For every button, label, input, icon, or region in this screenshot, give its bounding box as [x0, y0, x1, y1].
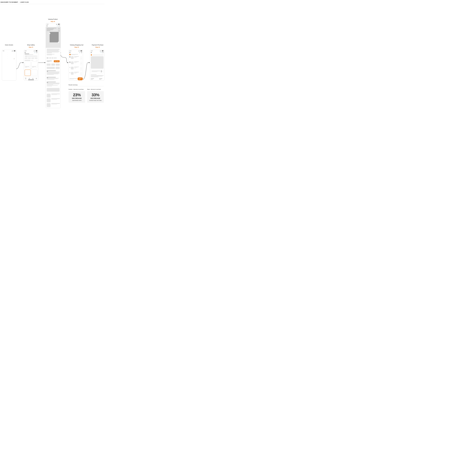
avatar-icon[interactable] — [81, 52, 82, 53]
item-thumb[interactable] — [71, 62, 74, 64]
hotspot-icon[interactable]: + — [58, 42, 59, 43]
app-icon[interactable] — [13, 54, 15, 55]
info-tile[interactable] — [47, 64, 51, 66]
stepper-minus[interactable]: − — [80, 59, 82, 60]
avatar-icon[interactable] — [36, 52, 37, 53]
stepper-minus[interactable]: − — [80, 69, 82, 71]
chip[interactable] — [31, 58, 34, 59]
summary-col — [99, 78, 103, 80]
qty-stepper[interactable]: + 1 − — [80, 67, 82, 71]
cart-icon[interactable]: 🛒 — [34, 52, 35, 53]
app-icon[interactable] — [6, 64, 9, 65]
checkout-button[interactable]: CHECK OUT — [78, 77, 83, 80]
qty-stepper[interactable]: + 1 − — [80, 56, 82, 60]
thumbnail[interactable] — [58, 28, 60, 29]
app-icon[interactable] — [10, 58, 12, 59]
checkbox[interactable] — [69, 67, 70, 68]
stepper-plus[interactable]: + — [80, 67, 82, 68]
info-tile[interactable] — [56, 64, 60, 66]
section-sub-skeleton — [31, 60, 33, 61]
swatch[interactable] — [55, 57, 56, 59]
tab-item[interactable] — [32, 78, 34, 79]
avatar-icon[interactable] — [102, 52, 103, 53]
menu-grid-icon[interactable] — [69, 52, 70, 53]
app-icon[interactable] — [10, 52, 12, 53]
info-tile[interactable] — [47, 67, 55, 69]
stepper-minus[interactable]: − — [80, 75, 82, 76]
stepper-plus[interactable]: + — [80, 72, 82, 73]
stepper-qty: 1 — [80, 73, 82, 75]
app-icon[interactable] — [13, 64, 15, 65]
swatch[interactable] — [49, 57, 50, 59]
product-card-selected[interactable] — [25, 69, 31, 76]
app-icon[interactable] — [3, 58, 5, 59]
cart-icon[interactable]: 🛒 — [79, 52, 80, 53]
app-icon[interactable] — [3, 54, 5, 55]
swatch[interactable] — [52, 57, 53, 59]
card-action-icon[interactable]: › — [102, 70, 103, 72]
tab-item[interactable] — [29, 78, 30, 79]
battery-icon — [36, 51, 37, 51]
info-tile[interactable] — [51, 64, 55, 66]
summary-columns — [90, 78, 104, 80]
map-placeholder[interactable] — [91, 56, 103, 69]
search-input[interactable] — [25, 55, 37, 57]
hero-image[interactable]: + + — [50, 32, 59, 42]
list-item[interactable] — [47, 99, 60, 102]
buy-now-button[interactable]: BUY NOW — [54, 60, 60, 62]
promo-banner[interactable] — [47, 88, 60, 92]
cart-icon[interactable]: 🛒 — [57, 25, 58, 26]
shop-app-icon[interactable]: SW — [13, 58, 15, 59]
app-icon[interactable] — [13, 56, 15, 57]
swatch[interactable] — [50, 57, 51, 59]
swatch[interactable] — [47, 57, 48, 59]
app-icon[interactable] — [10, 64, 12, 65]
app-icon[interactable] — [6, 56, 9, 57]
checkbox[interactable] — [69, 62, 70, 63]
checkbox[interactable] — [69, 72, 70, 73]
avatar-icon[interactable] — [58, 25, 60, 27]
product-card[interactable] — [32, 69, 37, 76]
chevron-right-icon[interactable]: › — [36, 60, 37, 61]
hotspot-icon[interactable]: + — [49, 33, 50, 34]
qty-stepper[interactable]: + 1 − — [80, 62, 82, 66]
menu-grid-icon[interactable] — [25, 52, 26, 53]
app-icon[interactable] — [6, 54, 9, 55]
product-card[interactable] — [32, 62, 38, 68]
menu-grid-icon[interactable] — [47, 25, 48, 26]
app-icon[interactable] — [3, 64, 5, 65]
swatch[interactable] — [54, 57, 55, 59]
list-item[interactable] — [47, 94, 60, 98]
payment-card[interactable]: › — [91, 69, 103, 73]
label-product-step: Step #2 — [46, 21, 60, 22]
app-icon[interactable] — [6, 58, 9, 59]
app-icon[interactable] — [3, 52, 5, 53]
cart-icon[interactable]: 🛒 — [101, 52, 102, 53]
product-card[interactable] — [25, 62, 31, 68]
list-item[interactable] — [47, 103, 60, 107]
stepper-plus[interactable]: + — [80, 56, 82, 58]
item-thumb[interactable] — [71, 72, 74, 75]
info-tile[interactable] — [56, 67, 60, 69]
app-icon[interactable] — [10, 54, 12, 55]
qty-stepper[interactable]: + 1 − — [80, 72, 82, 76]
chip[interactable] — [28, 58, 31, 59]
menu-grid-icon[interactable] — [91, 52, 92, 53]
item-thumb[interactable] — [71, 67, 74, 69]
checkbox[interactable] — [69, 56, 70, 57]
tab-item[interactable] — [36, 78, 37, 79]
app-icon[interactable] — [13, 52, 15, 53]
chip[interactable] — [25, 58, 27, 59]
stepper-minus[interactable]: − — [80, 64, 82, 66]
app-icon[interactable] — [10, 56, 12, 57]
select-all-flag[interactable] — [69, 54, 70, 55]
chip[interactable] — [35, 58, 37, 59]
item-thumb[interactable] — [71, 56, 74, 59]
tab-home[interactable]: Home — [25, 78, 26, 80]
thumbnail[interactable] — [58, 30, 60, 32]
stepper-qty: 1 — [80, 68, 82, 69]
statusbar: 14:17 ▲ — [69, 50, 83, 51]
app-icon[interactable] — [3, 56, 5, 57]
stepper-plus[interactable]: + — [80, 62, 82, 63]
app-icon[interactable] — [6, 52, 9, 53]
